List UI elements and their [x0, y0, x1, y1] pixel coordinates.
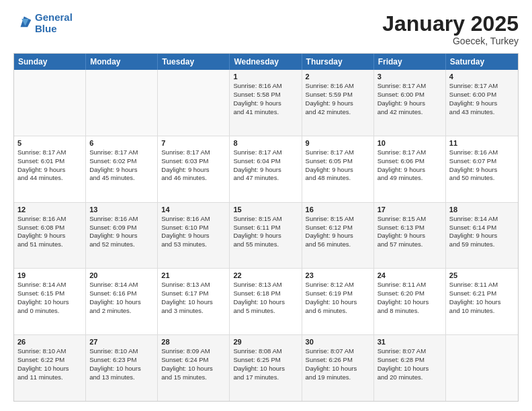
- calendar: SundayMondayTuesdayWednesdayThursdayFrid…: [13, 53, 519, 402]
- cell-text: Sunrise: 8:14 AM Sunset: 6:16 PM Dayligh…: [89, 281, 154, 315]
- cell-text: Sunrise: 8:13 AM Sunset: 6:18 PM Dayligh…: [233, 281, 298, 315]
- calendar-cell: [86, 70, 158, 136]
- calendar-row: 5Sunrise: 8:17 AM Sunset: 6:01 PM Daylig…: [14, 136, 518, 202]
- day-number: 13: [89, 205, 154, 214]
- cell-text: Sunrise: 8:16 AM Sunset: 6:09 PM Dayligh…: [89, 215, 154, 249]
- calendar-cell: 19Sunrise: 8:14 AM Sunset: 6:15 PM Dayli…: [14, 269, 86, 334]
- calendar-row: 1Sunrise: 8:16 AM Sunset: 5:58 PM Daylig…: [14, 70, 518, 136]
- day-number: 4: [449, 73, 515, 81]
- day-number: 3: [378, 73, 442, 81]
- title-block: January 2025 Goecek, Turkey: [382, 12, 519, 46]
- calendar-cell: [14, 70, 86, 136]
- calendar-cell: 16Sunrise: 8:15 AM Sunset: 6:12 PM Dayli…: [302, 203, 374, 269]
- day-number: 15: [233, 205, 298, 214]
- day-number: 11: [449, 139, 515, 147]
- calendar-cell: 23Sunrise: 8:12 AM Sunset: 6:19 PM Dayli…: [302, 269, 374, 334]
- logo-text: General Blue: [35, 12, 73, 34]
- cell-text: Sunrise: 8:17 AM Sunset: 6:04 PM Dayligh…: [233, 148, 298, 183]
- day-number: 20: [89, 271, 154, 279]
- calendar-cell: 20Sunrise: 8:14 AM Sunset: 6:16 PM Dayli…: [86, 269, 158, 334]
- calendar-cell: 6Sunrise: 8:17 AM Sunset: 6:02 PM Daylig…: [86, 136, 158, 202]
- weekday-header: Thursday: [302, 54, 374, 70]
- calendar-row: 26Sunrise: 8:10 AM Sunset: 6:22 PM Dayli…: [14, 334, 518, 401]
- cell-text: Sunrise: 8:17 AM Sunset: 6:02 PM Dayligh…: [89, 148, 154, 183]
- weekday-header: Wednesday: [230, 54, 302, 70]
- calendar-body: 1Sunrise: 8:16 AM Sunset: 5:58 PM Daylig…: [14, 70, 518, 401]
- day-number: 25: [449, 271, 515, 279]
- cell-text: Sunrise: 8:17 AM Sunset: 6:01 PM Dayligh…: [17, 148, 82, 183]
- day-number: 19: [17, 271, 82, 279]
- calendar-cell: 29Sunrise: 8:08 AM Sunset: 6:25 PM Dayli…: [230, 335, 302, 401]
- weekday-header: Saturday: [446, 54, 518, 70]
- day-number: 7: [161, 139, 226, 147]
- day-number: 31: [378, 338, 442, 346]
- cell-text: Sunrise: 8:12 AM Sunset: 6:19 PM Dayligh…: [306, 281, 370, 315]
- day-number: 1: [233, 73, 298, 81]
- calendar-cell: 11Sunrise: 8:16 AM Sunset: 6:07 PM Dayli…: [446, 136, 518, 202]
- calendar-cell: 22Sunrise: 8:13 AM Sunset: 6:18 PM Dayli…: [230, 269, 302, 334]
- header: General Blue January 2025 Goecek, Turkey: [13, 12, 519, 46]
- cell-text: Sunrise: 8:17 AM Sunset: 6:03 PM Dayligh…: [161, 148, 226, 183]
- cell-text: Sunrise: 8:14 AM Sunset: 6:14 PM Dayligh…: [449, 215, 515, 249]
- cell-text: Sunrise: 8:09 AM Sunset: 6:24 PM Dayligh…: [161, 347, 226, 381]
- calendar-cell: 8Sunrise: 8:17 AM Sunset: 6:04 PM Daylig…: [230, 136, 302, 202]
- day-number: 28: [161, 338, 226, 346]
- logo-line1: General: [35, 11, 73, 23]
- day-number: 14: [161, 205, 226, 214]
- day-number: 9: [306, 139, 370, 147]
- cell-text: Sunrise: 8:08 AM Sunset: 6:25 PM Dayligh…: [233, 347, 298, 381]
- calendar-cell: 31Sunrise: 8:07 AM Sunset: 6:28 PM Dayli…: [374, 335, 446, 401]
- calendar-cell: 1Sunrise: 8:16 AM Sunset: 5:58 PM Daylig…: [230, 70, 302, 136]
- day-number: 21: [161, 271, 226, 279]
- calendar-cell: 21Sunrise: 8:13 AM Sunset: 6:17 PM Dayli…: [158, 269, 230, 334]
- day-number: 5: [17, 139, 82, 147]
- calendar-cell: 28Sunrise: 8:09 AM Sunset: 6:24 PM Dayli…: [158, 335, 230, 401]
- cell-text: Sunrise: 8:16 AM Sunset: 6:07 PM Dayligh…: [449, 148, 515, 183]
- calendar-row: 12Sunrise: 8:16 AM Sunset: 6:08 PM Dayli…: [14, 202, 518, 269]
- weekday-header: Friday: [374, 54, 446, 70]
- calendar-cell: [158, 70, 230, 136]
- calendar-cell: 10Sunrise: 8:17 AM Sunset: 6:06 PM Dayli…: [374, 136, 446, 202]
- cell-text: Sunrise: 8:15 AM Sunset: 6:13 PM Dayligh…: [378, 215, 442, 249]
- cell-text: Sunrise: 8:14 AM Sunset: 6:15 PM Dayligh…: [17, 281, 82, 315]
- day-number: 27: [89, 338, 154, 346]
- day-number: 23: [306, 271, 370, 279]
- day-number: 22: [233, 271, 298, 279]
- day-number: 12: [17, 205, 82, 214]
- calendar-cell: 24Sunrise: 8:11 AM Sunset: 6:20 PM Dayli…: [374, 269, 446, 334]
- day-number: 30: [306, 338, 370, 346]
- calendar-cell: 9Sunrise: 8:17 AM Sunset: 6:05 PM Daylig…: [302, 136, 374, 202]
- calendar-cell: 2Sunrise: 8:16 AM Sunset: 5:59 PM Daylig…: [302, 70, 374, 136]
- calendar-cell: 27Sunrise: 8:10 AM Sunset: 6:23 PM Dayli…: [86, 335, 158, 401]
- cell-text: Sunrise: 8:11 AM Sunset: 6:21 PM Dayligh…: [449, 281, 515, 315]
- day-number: 18: [449, 205, 515, 214]
- weekday-header: Tuesday: [158, 54, 230, 70]
- calendar-cell: 26Sunrise: 8:10 AM Sunset: 6:22 PM Dayli…: [14, 335, 86, 401]
- cell-text: Sunrise: 8:15 AM Sunset: 6:12 PM Dayligh…: [306, 215, 370, 249]
- calendar-cell: [446, 335, 518, 401]
- day-number: 26: [17, 338, 82, 346]
- calendar-cell: 7Sunrise: 8:17 AM Sunset: 6:03 PM Daylig…: [158, 136, 230, 202]
- cell-text: Sunrise: 8:10 AM Sunset: 6:22 PM Dayligh…: [17, 347, 82, 381]
- calendar-cell: 12Sunrise: 8:16 AM Sunset: 6:08 PM Dayli…: [14, 203, 86, 269]
- calendar-cell: 13Sunrise: 8:16 AM Sunset: 6:09 PM Dayli…: [86, 203, 158, 269]
- day-number: 10: [378, 139, 442, 147]
- day-number: 24: [378, 271, 442, 279]
- weekday-header: Sunday: [14, 54, 86, 70]
- day-number: 6: [89, 139, 154, 147]
- calendar-cell: 17Sunrise: 8:15 AM Sunset: 6:13 PM Dayli…: [374, 203, 446, 269]
- calendar-cell: 25Sunrise: 8:11 AM Sunset: 6:21 PM Dayli…: [446, 269, 518, 334]
- cell-text: Sunrise: 8:16 AM Sunset: 5:58 PM Dayligh…: [233, 82, 298, 116]
- cell-text: Sunrise: 8:10 AM Sunset: 6:23 PM Dayligh…: [89, 347, 154, 381]
- day-number: 2: [306, 73, 370, 81]
- logo-icon: [13, 14, 32, 33]
- page: General Blue January 2025 Goecek, Turkey…: [0, 0, 532, 411]
- day-number: 16: [306, 205, 370, 214]
- day-number: 17: [378, 205, 442, 214]
- logo: General Blue: [13, 12, 73, 34]
- cell-text: Sunrise: 8:16 AM Sunset: 6:10 PM Dayligh…: [161, 215, 226, 249]
- cell-text: Sunrise: 8:15 AM Sunset: 6:11 PM Dayligh…: [233, 215, 298, 249]
- location: Goecek, Turkey: [382, 36, 519, 46]
- cell-text: Sunrise: 8:16 AM Sunset: 6:08 PM Dayligh…: [17, 215, 82, 249]
- cell-text: Sunrise: 8:17 AM Sunset: 6:00 PM Dayligh…: [449, 82, 515, 116]
